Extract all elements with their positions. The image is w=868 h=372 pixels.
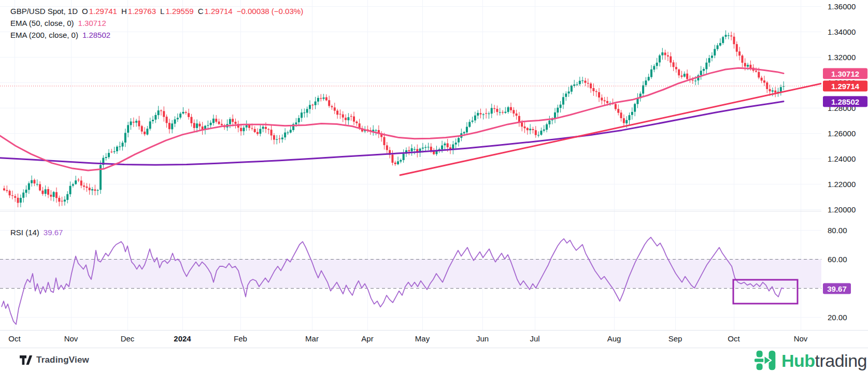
footer-bar: TradingView Hubtrading (0, 348, 868, 372)
ema50-price-badge: 1.30712 (823, 68, 867, 79)
price-axis-label: 1.20000 (828, 205, 856, 214)
last-price-badge: 1.29714 (823, 81, 867, 92)
close-label: C (198, 7, 204, 16)
time-axis-label: Jul (530, 334, 539, 343)
rsi-axis-label: 80.00 (828, 226, 847, 235)
time-axis-label: Feb (234, 334, 247, 343)
low-value: 1.29559 (165, 7, 193, 16)
rsi-value: 39.67 (44, 228, 63, 237)
high-label: H (121, 7, 127, 16)
ema50-label[interactable]: EMA (50, close, 0) (10, 19, 74, 27)
time-axis-label: Nov (794, 334, 808, 343)
tradingview-chart-window: GBP/USD Spot, 1D O1.29741 H1.29763 L1.29… (0, 0, 868, 372)
ema50-value: 1.30712 (78, 19, 106, 27)
price-axis[interactable] (821, 0, 868, 330)
rsi-legend-row[interactable]: RSI (14) 39.67 (10, 228, 63, 237)
ema50-legend-row[interactable]: EMA (50, close, 0) 1.30712 (10, 19, 106, 27)
price-axis-label: 1.32000 (828, 53, 856, 62)
low-label: L (160, 7, 164, 16)
symbol-title[interactable]: GBP/USD Spot, 1D (10, 7, 78, 16)
change-value: −0.00038 (−0.03%) (237, 7, 303, 16)
rsi-label[interactable]: RSI (14) (10, 228, 39, 237)
time-axis-label: Apr (361, 334, 373, 343)
tradingview-label: TradingView (36, 355, 89, 365)
price-axis-label: 1.36000 (828, 2, 856, 11)
rsi-axis-label: 20.00 (828, 313, 847, 322)
price-axis-label: 1.26000 (828, 129, 856, 138)
time-axis-label: Nov (64, 334, 78, 343)
time-axis-label: Jun (476, 334, 489, 343)
time-axis-label: Dec (121, 334, 135, 343)
symbol-legend-row[interactable]: GBP/USD Spot, 1D O1.29741 H1.29763 L1.29… (10, 7, 303, 16)
hubtrading-trading-text: trading (815, 351, 867, 370)
chart-canvas[interactable] (0, 0, 821, 330)
time-axis-label: Oct (8, 334, 20, 343)
ema200-legend-row[interactable]: EMA (200, close, 0) 1.28502 (10, 31, 110, 39)
chart-area[interactable] (0, 0, 821, 330)
time-axis-label: Sep (668, 334, 682, 343)
rsi-axis-label: 60.00 (828, 255, 847, 264)
rsi-value-badge: 39.67 (823, 283, 851, 294)
time-axis-label: Oct (728, 334, 739, 343)
ema200-label[interactable]: EMA (200, close, 0) (10, 31, 78, 39)
ema200-value: 1.28502 (82, 31, 110, 39)
time-axis-label: 2024 (174, 334, 191, 343)
hubtrading-icon (755, 349, 777, 372)
hubtrading-wordmark: Hubtrading (781, 351, 867, 371)
trendline-drawing (400, 83, 821, 175)
open-label: O (82, 7, 88, 16)
ema200-price-badge: 1.28502 (823, 96, 867, 107)
tradingview-attribution[interactable]: TradingView (19, 355, 89, 365)
high-value: 1.29763 (128, 7, 156, 16)
time-axis-label: May (415, 334, 430, 343)
price-axis-label: 1.22000 (828, 180, 856, 189)
time-axis-label: Mar (305, 334, 319, 343)
time-axis-label: Aug (607, 334, 621, 343)
hubtrading-hub-text: Hub (781, 351, 815, 370)
candlestick-series (3, 31, 785, 208)
open-value: 1.29741 (89, 7, 117, 16)
tradingview-icon (19, 355, 33, 365)
hubtrading-logo: Hubtrading (755, 349, 867, 372)
price-axis-label: 1.34000 (828, 27, 856, 36)
close-value: 1.29714 (204, 7, 232, 16)
price-axis-label: 1.24000 (828, 154, 856, 163)
